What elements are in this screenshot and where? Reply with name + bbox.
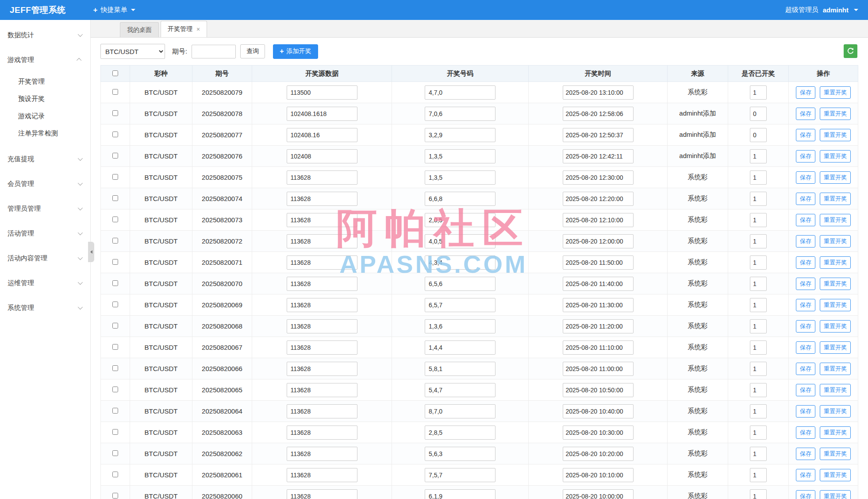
row-checkbox[interactable] <box>112 302 118 307</box>
time-input[interactable] <box>563 277 634 291</box>
opened-input[interactable] <box>750 170 767 185</box>
select-all-checkbox[interactable] <box>112 70 118 76</box>
reset-lottery-button[interactable]: 重置开奖 <box>820 129 851 141</box>
row-checkbox[interactable] <box>112 174 118 180</box>
row-checkbox[interactable] <box>112 132 118 137</box>
time-input[interactable] <box>563 362 634 376</box>
sidebar-item-game-mgmt[interactable]: 游戏管理 <box>0 47 90 72</box>
reset-lottery-button[interactable]: 重置开奖 <box>820 384 851 396</box>
time-input[interactable] <box>563 85 634 100</box>
numbers-input[interactable] <box>425 319 495 333</box>
sidebar-collapse-handle[interactable] <box>88 242 94 262</box>
source-input[interactable] <box>287 362 357 376</box>
reset-lottery-button[interactable]: 重置开奖 <box>820 405 851 418</box>
opened-input[interactable] <box>750 319 767 333</box>
time-input[interactable] <box>563 128 634 142</box>
opened-input[interactable] <box>750 192 767 206</box>
opened-input[interactable] <box>750 85 767 100</box>
source-input[interactable] <box>287 277 357 291</box>
row-checkbox[interactable] <box>112 493 118 499</box>
reset-lottery-button[interactable]: 重置开奖 <box>820 108 851 120</box>
source-input[interactable] <box>287 340 357 355</box>
time-input[interactable] <box>563 107 634 121</box>
sidebar-item-admin-mgmt[interactable]: 管理员管理 <box>0 196 90 221</box>
time-input[interactable] <box>563 255 634 270</box>
numbers-input[interactable] <box>425 362 495 376</box>
save-button[interactable]: 保存 <box>796 256 815 269</box>
opened-input[interactable] <box>750 362 767 376</box>
source-input[interactable] <box>287 489 357 499</box>
save-button[interactable]: 保存 <box>796 299 815 311</box>
row-checkbox[interactable] <box>112 110 118 116</box>
time-input[interactable] <box>563 170 634 185</box>
opened-input[interactable] <box>750 107 767 121</box>
opened-input[interactable] <box>750 277 767 291</box>
numbers-input[interactable] <box>425 277 495 291</box>
source-input[interactable] <box>287 298 357 312</box>
sidebar-item-bet-anomaly[interactable]: 注单异常检测 <box>0 125 90 142</box>
time-input[interactable] <box>563 234 634 248</box>
lottery-select[interactable]: BTC/USDT <box>100 44 165 59</box>
query-button[interactable]: 查询 <box>240 44 265 58</box>
numbers-input[interactable] <box>425 213 495 227</box>
sidebar-item-ops-mgmt[interactable]: 运维管理 <box>0 271 90 295</box>
row-checkbox[interactable] <box>112 259 118 265</box>
time-input[interactable] <box>563 489 634 499</box>
row-checkbox[interactable] <box>112 217 118 222</box>
time-input[interactable] <box>563 383 634 397</box>
refresh-button[interactable] <box>844 44 857 58</box>
sidebar-item-member-mgmt[interactable]: 会员管理 <box>0 171 90 196</box>
row-checkbox[interactable] <box>112 238 118 244</box>
source-input[interactable] <box>287 255 357 270</box>
time-input[interactable] <box>563 298 634 312</box>
opened-input[interactable] <box>750 447 767 461</box>
reset-lottery-button[interactable]: 重置开奖 <box>820 299 851 311</box>
tab-my-desktop[interactable]: 我的桌面 <box>120 22 159 37</box>
source-input[interactable] <box>287 319 357 333</box>
source-input[interactable] <box>287 170 357 185</box>
sidebar-item-recharge-withdraw[interactable]: 充值提现 <box>0 147 90 171</box>
opened-input[interactable] <box>750 468 767 482</box>
opened-input[interactable] <box>750 340 767 355</box>
numbers-input[interactable] <box>425 85 495 100</box>
sidebar-item-lottery-mgmt[interactable]: 开奖管理 <box>0 73 90 90</box>
source-input[interactable] <box>287 383 357 397</box>
time-input[interactable] <box>563 447 634 461</box>
row-checkbox[interactable] <box>112 195 118 201</box>
source-input[interactable] <box>287 192 357 206</box>
numbers-input[interactable] <box>425 404 495 418</box>
save-button[interactable]: 保存 <box>796 320 815 333</box>
numbers-input[interactable] <box>425 426 495 440</box>
opened-input[interactable] <box>750 298 767 312</box>
save-button[interactable]: 保存 <box>796 86 815 99</box>
opened-input[interactable] <box>750 213 767 227</box>
numbers-input[interactable] <box>425 149 495 163</box>
row-checkbox[interactable] <box>112 408 118 414</box>
sidebar-item-system-mgmt[interactable]: 系统管理 <box>0 295 90 320</box>
row-checkbox[interactable] <box>112 344 118 350</box>
save-button[interactable]: 保存 <box>796 214 815 226</box>
save-button[interactable]: 保存 <box>796 384 815 396</box>
save-button[interactable]: 保存 <box>796 235 815 248</box>
sidebar-item-activity-content-mgmt[interactable]: 活动内容管理 <box>0 246 90 271</box>
time-input[interactable] <box>563 213 634 227</box>
row-checkbox[interactable] <box>112 323 118 329</box>
source-input[interactable] <box>287 213 357 227</box>
row-checkbox[interactable] <box>112 450 118 456</box>
source-input[interactable] <box>287 107 357 121</box>
reset-lottery-button[interactable]: 重置开奖 <box>820 150 851 162</box>
numbers-input[interactable] <box>425 192 495 206</box>
opened-input[interactable] <box>750 426 767 440</box>
row-checkbox[interactable] <box>112 365 118 371</box>
row-checkbox[interactable] <box>112 153 118 159</box>
time-input[interactable] <box>563 404 634 418</box>
user-menu[interactable]: adminht <box>823 6 849 14</box>
row-checkbox[interactable] <box>112 387 118 392</box>
numbers-input[interactable] <box>425 383 495 397</box>
sidebar-item-activity-mgmt[interactable]: 活动管理 <box>0 221 90 246</box>
time-input[interactable] <box>563 149 634 163</box>
row-checkbox[interactable] <box>112 429 118 435</box>
save-button[interactable]: 保存 <box>796 150 815 162</box>
numbers-input[interactable] <box>425 255 495 270</box>
save-button[interactable]: 保存 <box>796 341 815 354</box>
